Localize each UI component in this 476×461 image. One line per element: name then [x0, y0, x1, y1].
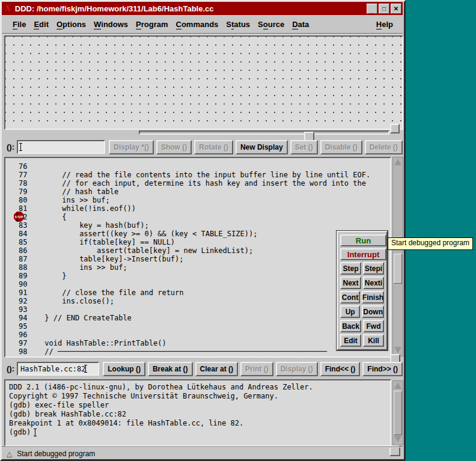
lookup-button[interactable]: Lookup () [103, 362, 145, 376]
x-window-logo-icon: X [5, 4, 11, 14]
command-tool-panel: Run Interrupt Step Stepi Next Nexti Cont… [337, 231, 388, 350]
source-code-view[interactable]: 76 77 // read the file contents into the… [4, 157, 391, 358]
desktop: { "desktop": { "background": "#008080" }… [0, 0, 476, 461]
print-button: Print () [240, 362, 273, 376]
source-toolbar: (): HashTable.cc:82 Lookup () Break at (… [2, 361, 403, 377]
window-controls: _ □ ✕ [365, 4, 401, 14]
source-text-cursor [17, 213, 17, 221]
status-message: Start debugged program [17, 450, 95, 458]
window-title: DDD: /home/fiskjm/Homework/311/Lab6/Hash… [15, 4, 214, 13]
title-bar[interactable]: X DDD: /home/fiskjm/Homework/311/Lab6/Ha… [2, 2, 403, 15]
console-scrollbar[interactable] [392, 380, 403, 445]
ddd-main-window: X DDD: /home/fiskjm/Homework/311/Lab6/Ha… [0, 0, 406, 461]
stepi-button[interactable]: Stepi [363, 262, 384, 275]
next-button[interactable]: Next [340, 276, 361, 289]
close-icon: ✕ [394, 5, 398, 12]
menu-bar: File Edit Options Windows Program Comman… [2, 16, 403, 32]
menu-divider [2, 33, 403, 34]
console-text-cursor [35, 429, 35, 436]
minimize-button[interactable]: _ [367, 4, 377, 14]
menu-status[interactable]: Status [226, 20, 250, 29]
menu-windows[interactable]: Windows [94, 20, 128, 29]
display-prompt-label: (): [7, 142, 14, 151]
argument-input[interactable]: HashTable.cc:82 [17, 362, 99, 376]
rotate-button: Rotate () [194, 140, 233, 154]
edit-button[interactable]: Edit [340, 334, 361, 347]
close-button[interactable]: ✕ [391, 4, 401, 14]
menu-help[interactable]: Help [376, 20, 393, 29]
set-button: Set () [290, 140, 318, 154]
kill-button[interactable]: Kill [363, 334, 384, 347]
data-display-canvas[interactable] [4, 35, 403, 130]
new-display-button[interactable]: New Display [236, 140, 288, 154]
minimize-icon: _ [370, 7, 374, 14]
scroll-down-icon[interactable] [394, 347, 401, 353]
find-forward-button[interactable]: Find>> () [362, 362, 403, 376]
finish-button[interactable]: Finish [362, 291, 384, 304]
canvas-horizontal-scrollbar[interactable] [139, 130, 389, 135]
status-bar: △ Start debugged program [2, 448, 403, 459]
up-button[interactable]: Up [340, 305, 360, 318]
display-value-button: Display () [276, 362, 318, 376]
canvas-scroll-corner [390, 124, 400, 133]
interrupt-button[interactable]: Interrupt [340, 248, 386, 260]
menu-data[interactable]: Data [292, 20, 309, 29]
menu-options[interactable]: Options [56, 20, 86, 29]
maximize-icon: □ [382, 5, 386, 12]
down-button[interactable]: Down [362, 305, 384, 318]
clear-at-button[interactable]: Clear at () [195, 362, 238, 376]
show-button: Show () [156, 140, 192, 154]
nexti-button[interactable]: Nexti [363, 276, 384, 289]
tooltip: Start debugged program [388, 237, 473, 250]
menu-commands[interactable]: Commands [176, 20, 219, 29]
break-at-button[interactable]: Break at () [148, 362, 193, 376]
disable-button: Disable () [320, 140, 362, 154]
status-led-icon[interactable]: △ [7, 450, 12, 458]
source-scrollbar[interactable] [392, 157, 403, 356]
gdb-console-text: DDD 2.1 (i486-pc-linux-gnu), by Dorothea… [9, 383, 313, 437]
display-expression-input[interactable] [17, 140, 105, 154]
scroll-up-icon[interactable] [394, 159, 401, 165]
delete-button: Delete () [365, 140, 403, 154]
fwd-button[interactable]: Fwd [363, 320, 384, 332]
argument-prompt-label: (): [7, 364, 14, 373]
find-backward-button[interactable]: Find<< () [320, 362, 361, 376]
menu-file[interactable]: File [13, 20, 26, 29]
menu-source[interactable]: Source [258, 20, 284, 29]
cont-button[interactable]: Cont [340, 291, 360, 304]
display-toolbar: (): Display *() Show () Rotate () New Di… [2, 139, 403, 155]
step-button[interactable]: Step [340, 262, 361, 275]
source-code-text: 76 77 // read the file contents into the… [19, 162, 370, 356]
text-cursor [20, 143, 21, 151]
scroll-up-icon[interactable] [394, 382, 401, 389]
console-scrollbar-thumb[interactable] [394, 391, 402, 435]
display-button: Display *() [109, 140, 154, 154]
back-button[interactable]: Back [340, 320, 361, 332]
maximize-button[interactable]: □ [379, 4, 389, 14]
text-cursor [85, 365, 86, 373]
menu-program[interactable]: Program [136, 20, 168, 29]
run-button[interactable]: Run [340, 234, 386, 246]
source-scrollbar-thumb[interactable] [394, 254, 402, 284]
menu-edit[interactable]: Edit [34, 20, 49, 29]
scroll-down-icon[interactable] [394, 436, 401, 442]
gdb-console[interactable]: DDD 2.1 (i486-pc-linux-gnu), by Dorothea… [4, 379, 391, 447]
